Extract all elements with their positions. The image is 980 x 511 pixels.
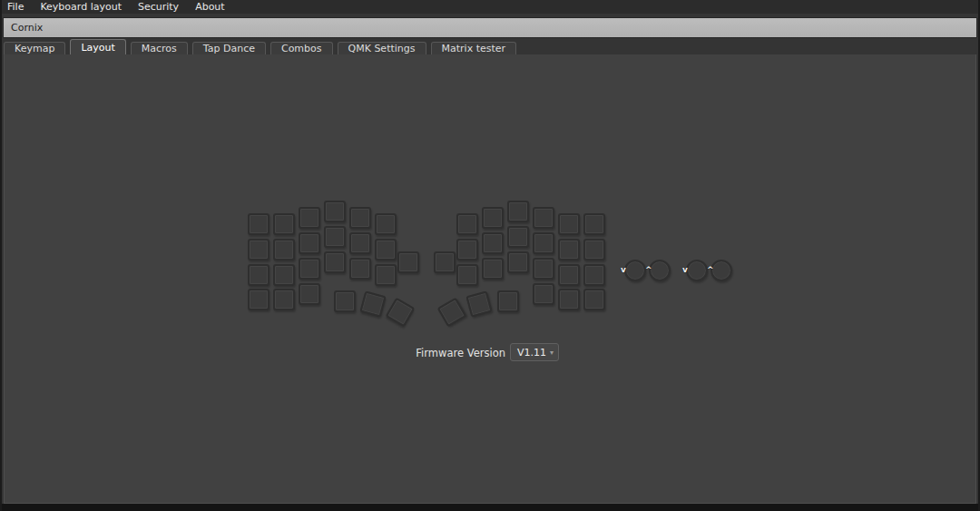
rotate-down-icon: v (682, 266, 688, 274)
rotate-up-icon: ^ (707, 266, 714, 274)
keyboard-key[interactable] (397, 251, 419, 273)
keyboard-key[interactable] (533, 207, 554, 229)
encoder-key[interactable]: v (686, 260, 708, 281)
keyboard-key[interactable] (434, 251, 456, 273)
keyboard-key[interactable] (482, 232, 504, 254)
keyboard-key[interactable] (273, 213, 295, 235)
chevron-down-icon: ▾ (550, 349, 554, 358)
keyboard-key[interactable] (349, 258, 371, 280)
window-edge-left (0, 0, 2, 511)
keyboard-key[interactable] (456, 264, 478, 286)
keyboard-key[interactable] (558, 239, 580, 260)
keyboard-key[interactable] (437, 298, 467, 328)
menu-bar: FileKeyboard layoutSecurityAbout (0, 0, 980, 14)
firmware-version-value: V1.11 (517, 347, 546, 359)
device-selector-combobox[interactable]: Cornix (3, 17, 977, 38)
tab-layout[interactable]: Layout (70, 39, 125, 54)
keyboard-key[interactable] (482, 258, 504, 280)
keyboard-key[interactable] (386, 298, 416, 328)
keyboard-key[interactable] (558, 213, 580, 235)
keyboard-key[interactable] (299, 258, 320, 280)
keyboard-key[interactable] (456, 239, 478, 260)
keyboard-key[interactable] (273, 239, 295, 260)
menu-item-file[interactable]: File (5, 0, 32, 14)
keyboard-key[interactable] (533, 232, 554, 254)
keyboard-key[interactable] (248, 289, 270, 310)
firmware-version-dropdown[interactable]: V1.11 ▾ (510, 343, 559, 361)
keyboard-key[interactable] (583, 239, 605, 260)
keyboard-key[interactable] (248, 213, 270, 235)
tab-bar: KeymapLayoutMacrosTap DanceCombosQMK Set… (0, 38, 980, 54)
tab-matrix-tester[interactable]: Matrix tester (431, 42, 517, 54)
keyboard-key[interactable] (324, 226, 346, 248)
tab-qmk-settings[interactable]: QMK Settings (338, 42, 426, 54)
keyboard-key[interactable] (507, 201, 529, 222)
tab-tap-dance[interactable]: Tap Dance (192, 42, 266, 54)
window-edge-bottom (0, 504, 980, 511)
tab-macros[interactable]: Macros (131, 42, 188, 54)
menu-item-security[interactable]: Security (130, 0, 187, 14)
keyboard-key[interactable] (324, 251, 346, 273)
keyboard-key[interactable] (583, 289, 605, 310)
rotate-up-icon: ^ (645, 266, 652, 274)
rotate-down-icon: v (621, 266, 626, 274)
keyboard-key[interactable] (507, 226, 529, 248)
keyboard-key[interactable] (507, 251, 529, 273)
keyboard-key[interactable] (334, 290, 356, 312)
menu-item-keyboard-layout[interactable]: Keyboard layout (32, 0, 130, 14)
keyboard-key[interactable] (375, 213, 397, 235)
keyboard-key[interactable] (375, 239, 397, 260)
firmware-version-label: Firmware Version (416, 347, 505, 359)
encoder-key[interactable]: v (624, 260, 646, 281)
keyboard-key[interactable] (299, 283, 320, 305)
keyboard-layout-view: v^v^ (0, 0, 980, 511)
keyboard-key[interactable] (533, 258, 554, 280)
keyboard-key[interactable] (273, 289, 295, 310)
tab-keymap[interactable]: Keymap (4, 42, 65, 54)
keyboard-key[interactable] (583, 213, 605, 235)
keyboard-key[interactable] (299, 232, 320, 254)
keyboard-key[interactable] (324, 201, 346, 222)
keyboard-key[interactable] (299, 207, 320, 229)
encoder-key[interactable]: ^ (649, 260, 671, 281)
keyboard-key[interactable] (466, 290, 492, 317)
keyboard-key[interactable] (273, 264, 295, 286)
menu-item-about[interactable]: About (187, 0, 233, 14)
keyboard-key[interactable] (456, 213, 478, 235)
tab-combos[interactable]: Combos (270, 42, 333, 54)
keyboard-key[interactable] (558, 264, 580, 286)
encoder-key[interactable]: ^ (710, 260, 732, 281)
keyboard-key[interactable] (497, 290, 519, 312)
keyboard-key[interactable] (533, 283, 554, 305)
keyboard-key[interactable] (248, 264, 270, 286)
keyboard-key[interactable] (349, 207, 371, 229)
keyboard-key[interactable] (248, 239, 270, 260)
keyboard-key[interactable] (349, 232, 371, 254)
firmware-version-row: Firmware Version V1.11 ▾ (0, 343, 980, 362)
keyboard-key[interactable] (375, 264, 397, 286)
keyboard-key[interactable] (558, 289, 580, 310)
keyboard-key[interactable] (583, 264, 605, 286)
device-selector-value: Cornix (11, 22, 43, 34)
keyboard-key[interactable] (482, 207, 504, 229)
keyboard-key[interactable] (359, 290, 386, 317)
